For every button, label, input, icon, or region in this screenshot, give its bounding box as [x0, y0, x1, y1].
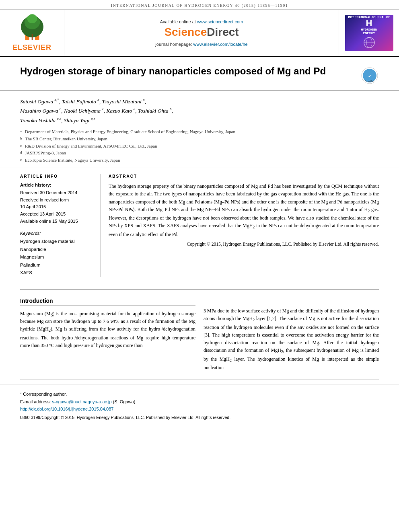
elsevier-logo: ELSEVIER — [12, 14, 51, 52]
journal-cover-area: International Journal of H HYDROGENENERG… — [339, 10, 399, 56]
svg-point-4 — [27, 14, 37, 23]
keyword-4: Palladium — [20, 261, 92, 269]
keywords-section: Keywords: Hydrogen storage material Nano… — [20, 231, 92, 277]
authors-section: Satoshi Ogawa a,*, Taishi Fujimoto a, Ts… — [0, 91, 399, 168]
abstract-header: ABSTRACT — [109, 174, 379, 179]
history-revised-label: Received in revised form — [20, 197, 92, 204]
footer-copyright: 0360-3199/Copyright © 2015, Hydrogen Ene… — [20, 415, 379, 420]
article-info-header: ARTICLE INFO — [20, 174, 92, 179]
journal-cover: International Journal of H HYDROGENENERG… — [345, 15, 393, 51]
available-online-text: Available online at www.sciencedirect.co… — [160, 19, 243, 24]
history-revised-date: 10 April 2015 — [20, 203, 92, 211]
author-email-link[interactable]: s-ogawa@nucl.nagoya-u.ac.jp — [52, 399, 111, 404]
doi-line: http://dx.doi.org/10.1016/j.ijhydene.201… — [20, 405, 379, 413]
svg-text:✓: ✓ — [368, 74, 371, 78]
history-online: Available online 15 May 2015 — [20, 218, 92, 225]
author-mogawa: Masahiro Ogawa — [20, 108, 58, 114]
intro-left-col: Introduction Magnesium (Mg) is the most … — [20, 298, 195, 372]
footer-section: * Corresponding author. E-mail address: … — [0, 384, 399, 423]
elsevier-wordmark: ELSEVIER — [12, 43, 51, 52]
author-ogawa: Satoshi Ogawa — [20, 99, 53, 105]
journal-header-bar: INTERNATIONAL JOURNAL OF HYDROGEN ENERGY… — [0, 0, 399, 10]
intro-left-text: Magnesium (Mg) is the most promising mat… — [20, 310, 195, 349]
affiliation-e: e EcoTopia Science Institute, Nagoya Uni… — [20, 157, 379, 164]
keyword-5: XAFS — [20, 269, 92, 277]
article-info-abstract: ARTICLE INFO Article history: Received 3… — [0, 168, 399, 277]
abstract-copyright: Copyright © 2015, Hydrogen Energy Public… — [109, 240, 379, 248]
keyword-3: Magnesium — [20, 253, 92, 261]
author-yagi: Shinya Yagi — [64, 117, 90, 123]
sciencedirect-link[interactable]: www.sciencedirect.com — [197, 19, 243, 24]
footer-divider — [20, 380, 379, 380]
sciencedirect-header: Available online at www.sciencedirect.co… — [64, 10, 339, 56]
journal-homepage: journal homepage: www.elsevier.com/locat… — [155, 42, 247, 47]
author-ohta: Toshiaki Ohta — [138, 108, 169, 114]
elsevier-logo-area: ELSEVIER — [0, 10, 64, 56]
history-received: Received 30 December 2014 — [20, 189, 92, 197]
corresponding-author-note: * Corresponding author. — [20, 390, 379, 398]
authors-list: Satoshi Ogawa a,*, Taishi Fujimoto a, Ts… — [20, 97, 379, 125]
affiliation-a: a Department of Materials, Physics and E… — [20, 128, 379, 136]
keyword-1: Hydrogen storage material — [20, 238, 92, 246]
svg-text:CrossMark: CrossMark — [365, 80, 375, 82]
affiliations-list: a Department of Materials, Physics and E… — [20, 128, 379, 164]
history-accepted: Accepted 13 April 2015 — [20, 211, 92, 218]
abstract-col: ABSTRACT The hydrogen storage property o… — [101, 174, 379, 277]
author-fujimoto: Taishi Fujimoto — [62, 99, 96, 105]
cover-globe-icon — [361, 37, 377, 49]
affiliation-b: b The SR Center, Ritsumeikan University,… — [20, 136, 379, 143]
email-note: E-mail address: s-ogawa@nucl.nagoya-u.ac… — [20, 398, 379, 406]
intro-right-col: 3 MPa due to the low surface activity of… — [204, 298, 379, 372]
affiliation-d: d JASRI/SPring-8, Japan — [20, 150, 379, 157]
cover-h-label: H — [366, 19, 372, 28]
author-yoshida: Tomoko Yoshida — [20, 117, 56, 123]
author-uchiyama: Naoki Uchiyama — [64, 108, 101, 114]
keywords-label: Keywords: — [20, 231, 92, 236]
journal-title-bar: INTERNATIONAL JOURNAL OF HYDROGEN ENERGY… — [111, 3, 288, 8]
author-mizutani: Tsuyoshi Mizutani — [102, 99, 142, 105]
cover-main-title: HYDROGENENERGY — [361, 28, 377, 35]
introduction-heading: Introduction — [20, 298, 195, 306]
journal-homepage-link[interactable]: www.elsevier.com/locate/he — [193, 42, 248, 47]
header-area: ELSEVIER Available online at www.science… — [0, 10, 399, 57]
keyword-2: Nanoparticle — [20, 246, 92, 254]
article-title: Hydrogen storage of binary nanoparticles… — [20, 65, 353, 77]
article-title-section: Hydrogen storage of binary nanoparticles… — [0, 57, 399, 91]
doi-link[interactable]: http://dx.doi.org/10.1016/j.ijhydene.201… — [20, 407, 113, 411]
introduction-section: Introduction Magnesium (Mg) is the most … — [0, 290, 399, 376]
article-info-col: ARTICLE INFO Article history: Received 3… — [20, 174, 101, 277]
author-kato: Kazuo Kato — [106, 108, 132, 114]
elsevier-tree-icon — [18, 14, 46, 42]
crossmark-badge[interactable]: ✓ CrossMark — [353, 65, 379, 86]
intro-right-text: 3 MPa due to the low surface activity of… — [204, 307, 379, 372]
article-history-label: Article history: — [20, 183, 92, 187]
abstract-text: The hydrogen storage property of the bin… — [109, 183, 379, 238]
page-wrapper: INTERNATIONAL JOURNAL OF HYDROGEN ENERGY… — [0, 0, 399, 423]
affiliation-c: c R&D Division of Energy and Environment… — [20, 143, 379, 150]
sciencedirect-logo: ScienceDirect — [164, 26, 239, 39]
